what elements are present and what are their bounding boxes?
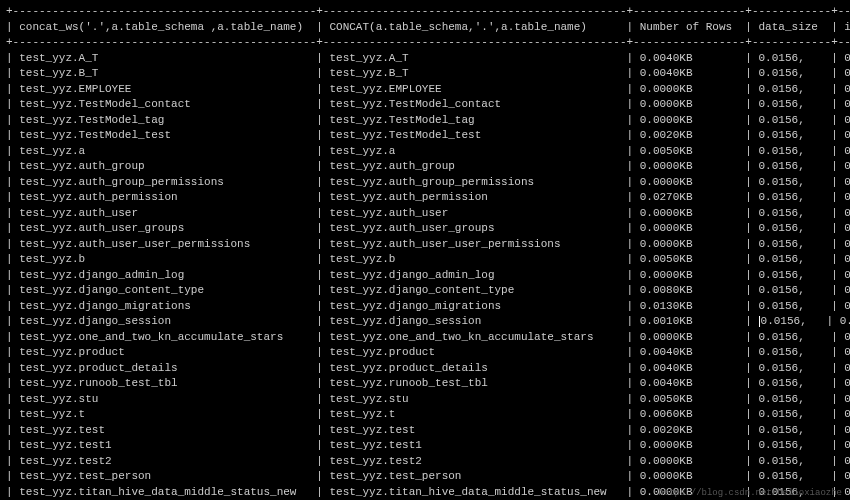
table-row: | test_yyz.django_migrations | test_yyz.… <box>6 299 844 315</box>
table-row: | test_yyz.a | test_yyz.a | 0.0050KB | 0… <box>6 144 844 160</box>
table-row: | test_yyz.TestModel_tag | test_yyz.Test… <box>6 113 844 129</box>
table-row: | test_yyz.b | test_yyz.b | 0.0050KB | 0… <box>6 252 844 268</box>
table-row: | test_yyz.test2 | test_yyz.test2 | 0.00… <box>6 454 844 470</box>
table-row: | test_yyz.TestModel_contact | test_yyz.… <box>6 97 844 113</box>
table-row: | test_yyz.auth_user_user_permissions | … <box>6 237 844 253</box>
table-row: | test_yyz.product | test_yyz.product | … <box>6 345 844 361</box>
table-row: | test_yyz.B_T | test_yyz.B_T | 0.0040KB… <box>6 66 844 82</box>
table-row: | test_yyz.runoob_test_tbl | test_yyz.ru… <box>6 376 844 392</box>
watermark-text: https://blog.csdn.net/helloxiaozhe <box>658 488 842 498</box>
table-header-row: | concat_ws('.',a.table_schema ,a.table_… <box>6 20 844 36</box>
table-row: | test_yyz.one_and_two_kn_accumulate_sta… <box>6 330 844 346</box>
table-row: | test_yyz.A_T | test_yyz.A_T | 0.0040KB… <box>6 51 844 67</box>
table-row: | test_yyz.test | test_yyz.test | 0.0020… <box>6 423 844 439</box>
sql-result-table: +---------------------------------------… <box>0 0 850 500</box>
table-row: | test_yyz.stu | test_yyz.stu | 0.0050KB… <box>6 392 844 408</box>
table-row: | test_yyz.TestModel_test | test_yyz.Tes… <box>6 128 844 144</box>
table-row: | test_yyz.django_session | test_yyz.dja… <box>6 314 844 330</box>
table-row: | test_yyz.EMPLOYEE | test_yyz.EMPLOYEE … <box>6 82 844 98</box>
table-row: | test_yyz.auth_user | test_yyz.auth_use… <box>6 206 844 222</box>
table-row: | test_yyz.auth_group | test_yyz.auth_gr… <box>6 159 844 175</box>
table-row: | test_yyz.django_admin_log | test_yyz.d… <box>6 268 844 284</box>
table-row: | test_yyz.test_person | test_yyz.test_p… <box>6 469 844 485</box>
table-row: | test_yyz.t | test_yyz.t | 0.0060KB | 0… <box>6 407 844 423</box>
table-border-top: +---------------------------------------… <box>6 4 844 20</box>
table-row: | test_yyz.auth_permission | test_yyz.au… <box>6 190 844 206</box>
table-row: | test_yyz.auth_user_groups | test_yyz.a… <box>6 221 844 237</box>
table-row: | test_yyz.django_content_type | test_yy… <box>6 283 844 299</box>
table-row: | test_yyz.test1 | test_yyz.test1 | 0.00… <box>6 438 844 454</box>
table-row: | test_yyz.product_details | test_yyz.pr… <box>6 361 844 377</box>
table-row: | test_yyz.auth_group_permissions | test… <box>6 175 844 191</box>
table-border-header: +---------------------------------------… <box>6 35 844 51</box>
